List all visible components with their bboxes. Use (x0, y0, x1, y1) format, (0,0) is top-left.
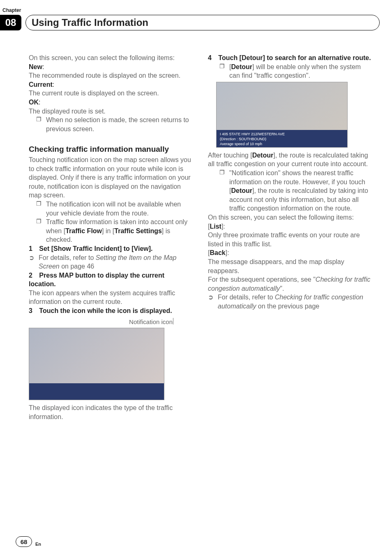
img-desc: The displayed icon indicates the type of… (29, 403, 193, 421)
back-desc: The message disappears, and the map disp… (208, 257, 372, 275)
bullet-icon: ❐ (36, 200, 42, 218)
ok-bullet: When no selection is made, the screen re… (46, 116, 193, 133)
current-desc: The current route is displayed on the sc… (29, 89, 193, 98)
step-2: 2 Press MAP button to display the curren… (29, 271, 193, 289)
page-language: En (35, 542, 41, 547)
colon: : (42, 63, 44, 70)
section-para: Touching notification icon on the map sc… (29, 155, 193, 200)
step-3-text: Touch the icon while the icon is display… (39, 307, 172, 314)
bullet-icon: ❐ (219, 169, 225, 213)
section-bullet-1: The notification icon will not be availa… (46, 200, 193, 218)
s4b-detour: Detour (231, 63, 252, 70)
after-pre: After touching [ (208, 152, 252, 159)
map-banner (29, 383, 164, 400)
bullet-icon: ❐ (219, 63, 225, 80)
ref-pre: For details, refer to (39, 254, 96, 261)
subseq-post: ". (280, 285, 284, 292)
step-4-num: 4 (208, 54, 212, 61)
chapter-title-bar: Using Traffic Information (25, 15, 380, 30)
colon: : (53, 81, 54, 88)
back-row: [Back]: (208, 248, 372, 257)
after-detour-para: After touching [Detour], the route is re… (208, 151, 372, 169)
right-column: 4 Touch [Detour] to search for an altern… (208, 53, 372, 421)
b2-traffic-flow: Traffic Flow (65, 227, 102, 234)
arrow-icon: ➲ (208, 293, 214, 310)
step-2-desc: The icon appears when the system acquire… (29, 289, 193, 306)
new-label: New (29, 63, 42, 70)
chapter-label: Chapter (2, 7, 21, 13)
bullet-icon: ❐ (36, 116, 42, 133)
items-intro: On this screen, you can select the follo… (208, 213, 372, 222)
subsequent-ops: For the subsequent operations, see "Chec… (208, 275, 372, 293)
step-2-text: Press MAP button to display the current … (29, 272, 164, 288)
step-1-ref: For details, refer to Setting the Item o… (39, 253, 193, 271)
banner-line-2: (Direction : SOUTHBOUND) (220, 137, 344, 141)
map-screenshot-1 (29, 328, 164, 400)
list-row: [List]: (208, 222, 372, 231)
step-1-text: Set [Show Traffic Incident] to [View]. (39, 245, 152, 252)
current-label: Current (29, 81, 53, 88)
subseq-pre: For the subsequent operations, see " (208, 276, 316, 283)
arrow-icon: ➲ (29, 253, 35, 271)
banner-line-3: Average speed of 10 mph (220, 141, 344, 146)
back-label: Back (210, 249, 225, 256)
map-banner-2: I 405 STATE HWY 212/WESTERN AVE (Directi… (217, 130, 347, 147)
section-bullet-2: Traffic flow information is taken into a… (46, 218, 193, 244)
after-bullet: "Notification icon" shows the nearest tr… (229, 169, 372, 213)
colon: : (39, 99, 40, 106)
ok-label: OK (29, 99, 39, 106)
bullet-icon: ❐ (36, 218, 42, 244)
new-desc: The recommended route is displayed on th… (29, 71, 193, 80)
section-heading: Checking traffic information manually (29, 144, 193, 155)
intro-text: On this screen, you can select the follo… (29, 53, 193, 63)
page-footer: 68 En (16, 536, 41, 547)
b2-mid: ] in [ (102, 227, 114, 234)
caption-leader-line (173, 318, 173, 324)
step-4: 4 Touch [Detour] to search for an altern… (208, 53, 372, 63)
list-label: List (210, 223, 221, 230)
notification-icon-caption: Notification icon (129, 318, 173, 325)
step-1: 1 Set [Show Traffic Incident] to [View]. (29, 244, 193, 253)
step-4-text: Touch [Detour] to search for an alternat… (218, 54, 371, 61)
step-3-num: 3 (29, 307, 32, 314)
left-column: On this screen, you can select the follo… (29, 53, 193, 421)
step-3: 3 Touch the icon while the icon is displ… (29, 306, 193, 315)
list-desc: Only three proximate traffic events on y… (208, 231, 372, 248)
banner-line-1: I 405 STATE HWY 212/WESTERN AVE (220, 132, 344, 137)
step-1-num: 1 (29, 245, 32, 252)
rref-pre: For details, refer to (218, 294, 275, 301)
chapter-number-badge: 08 (0, 15, 21, 30)
step-4-bullet: [Detour] will be enable only when the sy… (229, 63, 372, 80)
rref-post: on the previous page (256, 303, 319, 310)
right-ref: For details, refer to Checking for traff… (218, 293, 372, 310)
ab-detour: Detour (231, 187, 252, 194)
step-2-num: 2 (29, 272, 32, 279)
chapter-title: Using Traffic Information (32, 17, 148, 28)
after-detour: Detour (252, 152, 274, 159)
map-screenshot-2: I 405 STATE HWY 212/WESTERN AVE (Directi… (216, 82, 348, 148)
b2-traffic-settings: Traffic Settings (114, 227, 162, 234)
ref-post: on page 46 (60, 263, 95, 270)
page-number: 68 (16, 536, 32, 547)
ok-desc: The displayed route is set. (29, 107, 193, 116)
